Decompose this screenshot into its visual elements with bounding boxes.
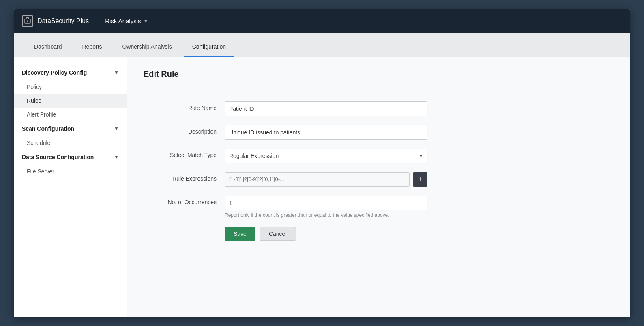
form-row-match-type: Select Match Type Regular Expression Key… — [144, 149, 614, 163]
top-bar: DataSecurity Plus Risk Analysis ▼ — [14, 9, 630, 33]
occurrences-input[interactable] — [225, 196, 427, 210]
sidebar-section-datasource[interactable]: Data Source Configuration ▼ — [14, 150, 127, 164]
form-actions: Save Cancel — [144, 227, 614, 241]
sidebar-item-alert-profile[interactable]: Alert Profile — [14, 108, 127, 121]
brand: DataSecurity Plus — [22, 15, 89, 27]
sidebar-section-discovery-label: Discovery Policy Config — [22, 69, 87, 76]
rule-expressions-label: Rule Expressions — [144, 172, 225, 182]
tab-reports[interactable]: Reports — [74, 37, 110, 57]
sidebar-item-policy[interactable]: Policy — [14, 80, 127, 94]
match-type-label: Select Match Type — [144, 149, 225, 158]
description-label: Description — [144, 125, 225, 135]
sidebar: Discovery Policy Config ▼ Policy Rules A… — [14, 57, 127, 317]
rule-name-control — [225, 101, 427, 116]
sidebar-item-schedule[interactable]: Schedule — [14, 136, 127, 150]
rule-expressions-control: + — [225, 172, 427, 187]
rule-name-input[interactable] — [225, 101, 427, 116]
sidebar-section-discovery[interactable]: Discovery Policy Config ▼ — [14, 65, 127, 80]
app-window: DataSecurity Plus Risk Analysis ▼ Dashbo… — [14, 9, 630, 317]
form-row-description: Description — [144, 125, 614, 140]
tab-ownership-analysis[interactable]: Ownership Analysis — [114, 37, 180, 57]
tab-dashboard[interactable]: Dashboard — [26, 37, 70, 57]
main-layout: Discovery Policy Config ▼ Policy Rules A… — [14, 57, 630, 317]
app-menu-label: Risk Analysis — [105, 17, 141, 24]
page-title: Edit Rule — [144, 69, 614, 85]
tab-configuration[interactable]: Configuration — [184, 37, 234, 57]
rule-expressions-wrapper: + — [225, 172, 427, 187]
svg-point-1 — [27, 20, 28, 22]
brand-icon — [22, 15, 33, 27]
add-expression-button[interactable]: + — [413, 172, 427, 187]
occurrences-control: Report only if the count is greater than… — [225, 196, 427, 218]
secondary-nav: Dashboard Reports Ownership Analysis Con… — [14, 33, 630, 57]
description-control — [225, 125, 427, 140]
match-type-select[interactable]: Regular Expression Keyword File Properti… — [225, 149, 427, 163]
form-row-rule-expressions: Rule Expressions + — [144, 172, 614, 187]
sidebar-section-scan[interactable]: Scan Configuration ▼ — [14, 121, 127, 136]
sidebar-item-file-server[interactable]: File Server — [14, 164, 127, 178]
sidebar-section-scan-arrow: ▼ — [114, 126, 119, 132]
match-type-control: Regular Expression Keyword File Properti… — [225, 149, 427, 163]
content-area: Edit Rule Rule Name Description — [127, 57, 630, 317]
sidebar-section-datasource-arrow: ▼ — [114, 154, 119, 160]
rule-name-label: Rule Name — [144, 101, 225, 111]
save-button[interactable]: Save — [225, 227, 255, 241]
occurrences-label: No. of Occurrences — [144, 196, 225, 205]
occurrences-help-text: Report only if the count is greater than… — [225, 212, 427, 218]
sidebar-item-rules[interactable]: Rules — [14, 94, 127, 108]
app-menu-chevron: ▼ — [144, 18, 148, 24]
form-row-occurrences: No. of Occurrences Report only if the co… — [144, 196, 614, 218]
form-row-rule-name: Rule Name — [144, 101, 614, 116]
sidebar-section-scan-label: Scan Configuration — [22, 125, 74, 132]
match-type-select-wrapper: Regular Expression Keyword File Properti… — [225, 149, 427, 163]
sidebar-section-discovery-arrow: ▼ — [114, 70, 119, 76]
app-menu[interactable]: Risk Analysis ▼ — [105, 17, 148, 24]
description-input[interactable] — [225, 125, 427, 140]
cancel-button[interactable]: Cancel — [260, 227, 296, 241]
brand-name: DataSecurity Plus — [37, 17, 89, 25]
sidebar-section-datasource-label: Data Source Configuration — [22, 154, 94, 160]
edit-rule-form: Rule Name Description Select Match Type — [144, 93, 614, 249]
rule-expr-input[interactable] — [225, 172, 410, 187]
